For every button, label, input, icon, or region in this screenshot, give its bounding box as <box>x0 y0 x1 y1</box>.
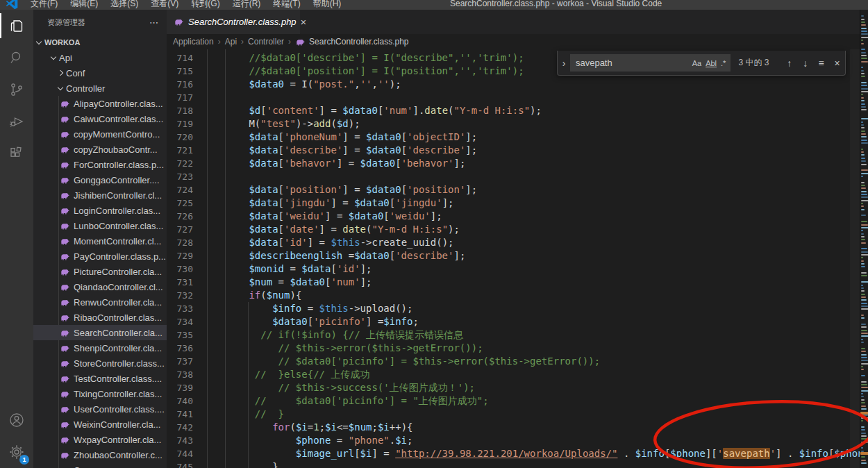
code-line-720[interactable]: 720 $data['phoneNum'] = $data0['objectID… <box>167 131 860 144</box>
settings-gear-icon[interactable]: 1 <box>0 436 33 468</box>
code-line-736[interactable]: 736 // $this->error($this->getError()); <box>167 342 860 355</box>
whole-word-icon[interactable]: Abl <box>706 59 717 67</box>
minimap-line <box>861 24 866 26</box>
menu-item-0[interactable]: 文件(F) <box>24 0 64 10</box>
code-line-742[interactable]: 742 for($i=1;$i<=$num;$i++){ <box>167 421 860 434</box>
code-line-719[interactable]: 719 M("test")->add($d); <box>167 117 860 131</box>
sidebar-item-forcontroller-class-p-[interactable]: ForController.class.p... <box>33 157 167 172</box>
menu-item-5[interactable]: 运行(R) <box>226 0 267 10</box>
sidebar-item-copyzhoubaocontr-[interactable]: copyZhoubaoContr... <box>33 142 167 157</box>
code-line-741[interactable]: 741 // } <box>167 408 860 421</box>
code-line-725[interactable]: 725 $data['jingdu'] = $data0['jingdu']; <box>167 197 860 210</box>
breadcrumb-item-0[interactable]: Application <box>173 37 214 47</box>
code-area[interactable]: 714 //$data0['describe'] = I("describe",… <box>167 49 860 468</box>
sidebar-item-testcontroller-class-[interactable]: TestController.class.... <box>33 371 167 386</box>
regex-icon[interactable]: .* <box>721 59 726 67</box>
sidebar-item-lunbocontroller-clas-[interactable]: LunboController.clas... <box>33 218 167 233</box>
code-line-730[interactable]: 730 $monid = $data['id']; <box>167 262 860 276</box>
sidebar-item-wxpaycontroller-cla-[interactable]: WxpayController.cla... <box>33 432 167 447</box>
explorer-icon[interactable] <box>0 10 33 42</box>
minimap-line <box>861 94 863 95</box>
code-line-735[interactable]: 735 // if(!$info) {// 上传错误提示错误信息 <box>167 328 860 342</box>
find-in-selection-icon[interactable]: ≡ <box>813 58 829 69</box>
code-line-717[interactable]: 717 <box>167 91 860 104</box>
sidebar-item-caiwucontroller-clas-[interactable]: CaiwuController.clas... <box>33 111 167 126</box>
account-icon[interactable] <box>0 404 33 436</box>
menu-item-7[interactable]: 帮助(H) <box>307 0 348 10</box>
sidebar-item-api[interactable]: Api <box>33 50 167 65</box>
code-line-728[interactable]: 728 $data['id'] = $this->create_uuid(); <box>167 236 860 249</box>
minimap-line <box>861 43 864 44</box>
find-previous-icon[interactable]: ↑ <box>781 58 797 69</box>
code-line-722[interactable]: 722 $data['behavor'] = $data0['behavor']… <box>167 157 860 170</box>
sidebar-item-controller[interactable]: Controller <box>33 81 167 96</box>
find-next-icon[interactable]: ↓ <box>797 58 813 69</box>
sidebar-item-weixincontroller-cla-[interactable]: WeixinController.cla... <box>33 417 167 432</box>
code-line-740[interactable]: 740 // $data0['picinfo'] = "上传图片成功"; <box>167 394 860 408</box>
sidebar-item-ribaocontroller-clas-[interactable]: RibaoController.clas... <box>33 310 167 325</box>
menu-item-6[interactable]: 终端(T) <box>267 0 306 10</box>
sidebar-item-searchcontroller-cla-[interactable]: SearchController.cla... <box>33 325 167 340</box>
more-actions-icon[interactable]: ⋯ <box>149 17 158 28</box>
minimap[interactable] <box>860 10 868 468</box>
sidebar-item-qiandaocontroller-cl-[interactable]: QiandaoController.cl... <box>33 279 167 294</box>
sidebar-item-paycontroller-class-p-[interactable]: PayController.class.p... <box>33 249 167 264</box>
code-line-723[interactable]: 723 <box>167 170 860 183</box>
menu-item-2[interactable]: 选择(S) <box>104 0 144 10</box>
code-line-721[interactable]: 721 $data['describe'] = $data0['describe… <box>167 144 860 157</box>
sidebar-item-copymomentcontro-[interactable]: copyMomentContro... <box>33 126 167 142</box>
code-line-734[interactable]: 734 $data0['picinfo'] =$info; <box>167 315 860 328</box>
code-line-724[interactable]: 724 $data['position'] = $data0['position… <box>167 183 860 197</box>
match-case-icon[interactable]: Aa <box>692 59 701 67</box>
workspace-root[interactable]: WORKOA <box>33 35 167 50</box>
breadcrumb-item-3[interactable]: SearchController.class.php <box>295 37 408 47</box>
sidebar-item-shenpicontroller-cla-[interactable]: ShenpiController.cla... <box>33 340 167 356</box>
sidebar-item-c-[interactable]: C... <box>33 462 167 468</box>
explorer-title: 资源管理器 <box>47 17 85 28</box>
tab-close-icon[interactable]: × <box>301 16 307 28</box>
extensions-icon[interactable] <box>0 137 33 169</box>
sidebar-item-momentcontroller-cl-[interactable]: MomentController.cl... <box>33 233 167 249</box>
sidebar-item-usercontroller-class-[interactable]: UserController.class.... <box>33 401 167 417</box>
code-line-738[interactable]: 738 // }else{// 上传成功 <box>167 368 860 381</box>
toggle-replace-icon[interactable]: › <box>558 58 570 69</box>
sidebar-item-logincontroller-clas-[interactable]: LoginController.clas... <box>33 203 167 218</box>
sidebar-item-storecontroller-class-[interactable]: StoreController.class... <box>33 356 167 371</box>
code-line-727[interactable]: 727 $data['date'] = date("Y-m-d H:i:s"); <box>167 223 860 236</box>
line-number: 734 <box>172 315 193 328</box>
sidebar-item-tixingcontroller-clas-[interactable]: TixingController.clas... <box>33 386 167 401</box>
code-line-745[interactable]: 745 } <box>167 460 860 468</box>
menu-item-4[interactable]: 转到(G) <box>185 0 226 10</box>
sidebar-item-picturecontroller-cla-[interactable]: PictureController.cla... <box>33 264 167 279</box>
search-icon[interactable] <box>0 42 33 74</box>
sidebar-item-zhoubaocontroller-c-[interactable]: ZhoubaoController.c... <box>33 447 167 462</box>
run-debug-icon[interactable] <box>0 106 33 137</box>
sidebar-item-conf[interactable]: Conf <box>33 65 167 81</box>
code-line-731[interactable]: 731 $num = $data0['num']; <box>167 276 860 289</box>
sidebar-item-renwucontroller-cla-[interactable]: RenwuController.cla... <box>33 294 167 310</box>
code-line-744[interactable]: 744 $image_url[$i] = "http://39.98.221.2… <box>167 447 860 460</box>
sidebar-item-alipaycontroller-clas-[interactable]: AlipayController.clas... <box>33 96 167 111</box>
breadcrumb-item-1[interactable]: Api <box>225 37 237 47</box>
code-line-726[interactable]: 726 $data['weidu'] = $data0['weidu']; <box>167 210 860 223</box>
menu-item-3[interactable]: 查看(V) <box>144 0 185 10</box>
minimap-find-match <box>860 452 868 455</box>
code-line-716[interactable]: 716 $data0 = I("post.",'',''); <box>167 78 860 91</box>
breadcrumb-item-2[interactable]: Controller <box>248 37 284 47</box>
code-line-737[interactable]: 737 // $data0['picinfo'] = $this->error(… <box>167 355 860 368</box>
code-line-743[interactable]: 743 $phone = "phone".$i; <box>167 434 860 447</box>
find-close-icon[interactable]: × <box>829 58 845 69</box>
tab-searchcontroller[interactable]: SearchController.class.php × <box>167 10 300 34</box>
find-input[interactable]: savepath Aa Abl .* <box>570 54 731 72</box>
editor-scrollbar[interactable] <box>850 49 860 468</box>
code-line-733[interactable]: 733 $info = $this->upload(); <box>167 302 860 315</box>
code-line-732[interactable]: 732 if($num){ <box>167 289 860 302</box>
code-line-729[interactable]: 729 $describeenglish =$data0['describe']… <box>167 249 860 262</box>
code-line-739[interactable]: 739 // $this->success('上传图片成功！'); <box>167 381 860 394</box>
sidebar-item-label: copyZhoubaoContr... <box>74 144 158 155</box>
menu-item-1[interactable]: 编辑(E) <box>64 0 104 10</box>
sidebar-item-gonggaocontroller-[interactable]: GonggaoController.... <box>33 172 167 187</box>
source-control-icon[interactable] <box>0 74 33 106</box>
sidebar-item-jishibencontroller-cl-[interactable]: JishibenController.cl... <box>33 187 167 203</box>
code-line-718[interactable]: 718 $d['content'] = $data0['num'].date("… <box>167 104 860 117</box>
